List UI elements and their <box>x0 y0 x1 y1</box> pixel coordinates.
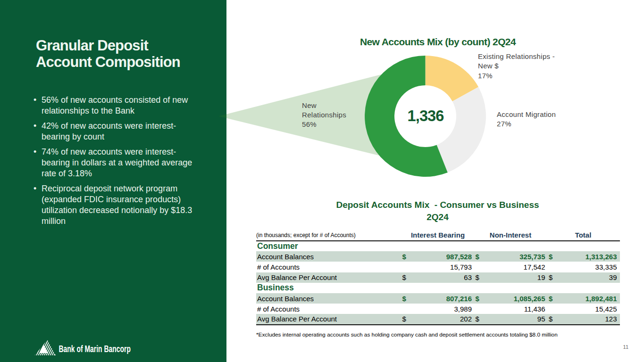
svg-text:Bank of Marin Bancorp: Bank of Marin Bancorp <box>59 344 131 354</box>
